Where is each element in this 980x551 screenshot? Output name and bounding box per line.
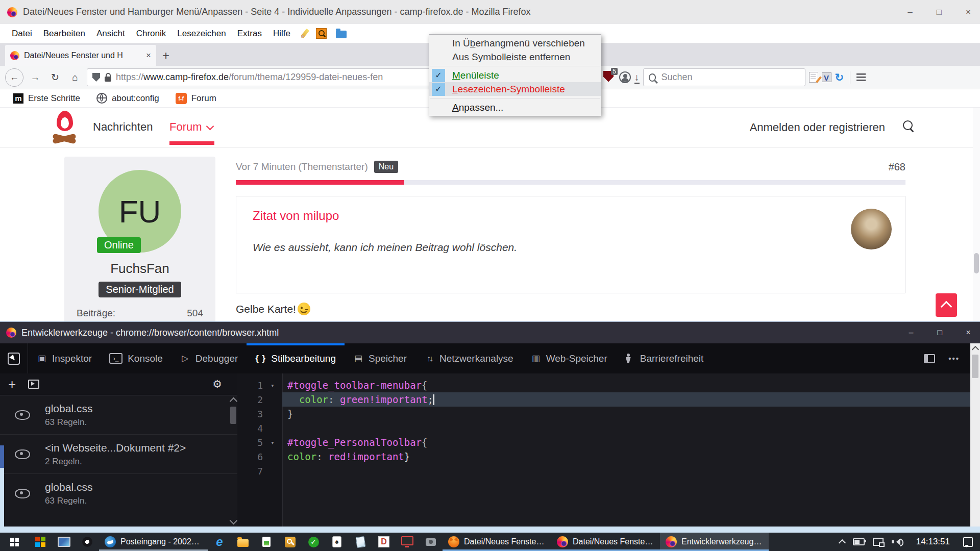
tab-active[interactable]: Datei/Neues Fenster und H × [5,45,156,66]
redpc-taskbar-icon[interactable] [396,533,419,551]
fold-arrow-icon[interactable]: ▾ [263,439,282,446]
menubar-item-datei[interactable]: Datei [6,29,38,39]
devtools-close-button[interactable]: × [957,322,980,343]
search-bar[interactable] [643,68,805,86]
stylesheet-item[interactable]: <in Webseite...Dokument #2>2 Regeln. [0,435,237,474]
context-menu-item[interactable]: Aus Symbolleiste entfernen [429,50,601,64]
code-line[interactable]: 2 color: green!important; [237,392,980,407]
context-menu-item[interactable]: In Überhangmenü verschieben [429,36,601,50]
context-menu-item[interactable]: ✓Lesezeichen-Symbolleiste [429,82,601,96]
bookmark-item[interactable]: mErste Schritte [13,93,80,104]
tab-web-speicher[interactable]: ▥Web-Speicher [522,343,616,373]
site-search-icon[interactable] [903,120,913,130]
context-menu-item[interactable]: ✓Menüleiste [429,68,601,82]
eye-toggle[interactable] [0,449,45,459]
start-button[interactable] [0,533,29,551]
hamburger-menu-icon[interactable] [856,73,866,81]
quote-title[interactable]: Zitat von milupo [253,209,889,223]
minimize-button[interactable]: – [898,0,922,24]
eye-toggle[interactable] [0,489,45,498]
tab-stilbearbeitung[interactable]: { }Stilbearbeitung [247,343,345,373]
speaker-icon[interactable] [892,538,903,545]
action-center-icon[interactable] [963,537,973,547]
reload-button[interactable]: ↻ [47,71,63,83]
tab-konsole[interactable]: ›_Konsole [101,343,172,373]
quoted-user-avatar[interactable] [851,209,892,249]
menubar-item-bearbeiten[interactable]: Bearbeiten [38,29,91,39]
menubar-item-extras[interactable]: Extras [232,29,267,39]
colorgrid-taskbar-icon[interactable] [29,533,52,551]
stylesheet-item[interactable]: global.css63 Regeln. [0,395,237,435]
close-button[interactable]: × [957,0,980,24]
lock-icon[interactable] [105,77,111,82]
code-line[interactable]: 4 [237,421,980,435]
fold-arrow-icon[interactable]: ▾ [263,382,282,389]
ublock-button[interactable]: 5 [603,71,614,84]
home-button[interactable]: ⌂ [67,72,83,83]
opera-taskbar-icon[interactable] [76,533,99,551]
code-line[interactable]: 3} [237,407,980,421]
context-menu-item[interactable]: Anpassen... [429,101,601,114]
tab-inspektor[interactable]: ▣Inspektor [28,343,101,373]
tab-close-icon[interactable]: × [146,51,151,61]
css-source-editor[interactable]: 1▾#toggle_toolbar-menubar{2 color: green… [237,373,980,527]
devtools-maximize-button[interactable]: □ [928,322,951,343]
taskbar-task-button[interactable]: Posteingang - 2002An... [99,533,208,551]
taskbar-task-button[interactable]: Entwicklerwerkzeuge ... [660,533,769,551]
dlang-taskbar-icon[interactable]: D [372,533,396,551]
pick-element-button[interactable] [0,343,28,373]
tab-speicher[interactable]: ▤Speicher [345,343,415,373]
scroll-up-arrow-icon[interactable] [230,397,237,406]
bookmark-item[interactable]: f-fForum [176,93,216,104]
quick-search-icon[interactable] [316,28,327,39]
menubar-item-hilfe[interactable]: Hilfe [267,29,296,39]
tab-barrierefreiheit[interactable]: Barrierefreiheit [616,343,713,373]
titlebar[interactable]: Datei/Neues Fenster und Hamburger Menü/A… [0,0,980,24]
keepass-taskbar-icon[interactable] [278,533,302,551]
search-input[interactable] [660,71,799,83]
sidebar-scrollbar[interactable] [229,395,237,527]
username[interactable]: FuchsFan [64,261,215,277]
code-line[interactable]: 7 [237,464,980,478]
notes-icon[interactable] [809,72,818,83]
post-timestamp[interactable]: Vor 7 Minuten (Themenstarter) [236,161,368,172]
new-tab-button[interactable]: + [156,45,176,66]
edge-taskbar-icon[interactable]: e [208,533,231,551]
account-icon[interactable] [619,71,631,83]
devtools-scrollbar-thumb[interactable] [972,355,978,378]
camera-taskbar-icon[interactable] [419,533,443,551]
campfire-logo-icon[interactable] [50,111,80,143]
devtools-scrollbar[interactable] [970,343,980,527]
taskbar-task-button[interactable]: Datei/Neues Fenster u... [443,533,551,551]
nav-forum[interactable]: Forum [169,120,213,134]
v-extension-icon[interactable]: V [822,72,831,82]
devtools-minimize-button[interactable]: – [899,322,923,343]
pencil-icon[interactable] [301,29,309,38]
meatball-menu-icon[interactable]: ••• [948,354,960,363]
code-line[interactable]: 6color: red!important} [237,449,980,464]
network-icon[interactable] [873,538,884,546]
explorer-taskbar-icon[interactable] [231,533,255,551]
maximize-button[interactable]: □ [927,0,951,24]
menubar-item-chronik[interactable]: Chronik [131,29,172,39]
new-stylesheet-button[interactable]: + [8,378,16,391]
scroll-up-arrow-icon[interactable] [972,346,979,353]
code-line[interactable]: 5▾#toggle_PersonalToolbar{ [237,435,980,449]
menubar-item-ansicht[interactable]: Ansicht [91,29,131,39]
menubar-item-lesezeichen[interactable]: Lesezeichen [172,29,231,39]
back-button[interactable]: ← [5,68,23,87]
scroll-to-top-button[interactable] [936,293,957,317]
folder-icon[interactable] [336,31,347,38]
nav-nachrichten[interactable]: Nachrichten [93,120,153,134]
code-line[interactable]: 1▾#toggle_toolbar-menubar{ [237,378,980,392]
signin-link[interactable]: Anmelden oder registrieren [750,121,885,134]
notes-taskbar-icon[interactable] [255,533,278,551]
gear-icon[interactable]: ⚙ [212,378,222,390]
cards-taskbar-icon[interactable]: ♠ [325,533,349,551]
page-scrollbar[interactable] [973,108,980,321]
tab-netzwerkanalyse[interactable]: ↑↓Netzwerkanalyse [415,343,522,373]
clock[interactable]: 14:13:51 [916,537,950,547]
sync-icon[interactable]: ↻ [835,72,844,83]
post-number[interactable]: #68 [889,161,905,173]
dock-side-icon[interactable] [924,354,935,363]
